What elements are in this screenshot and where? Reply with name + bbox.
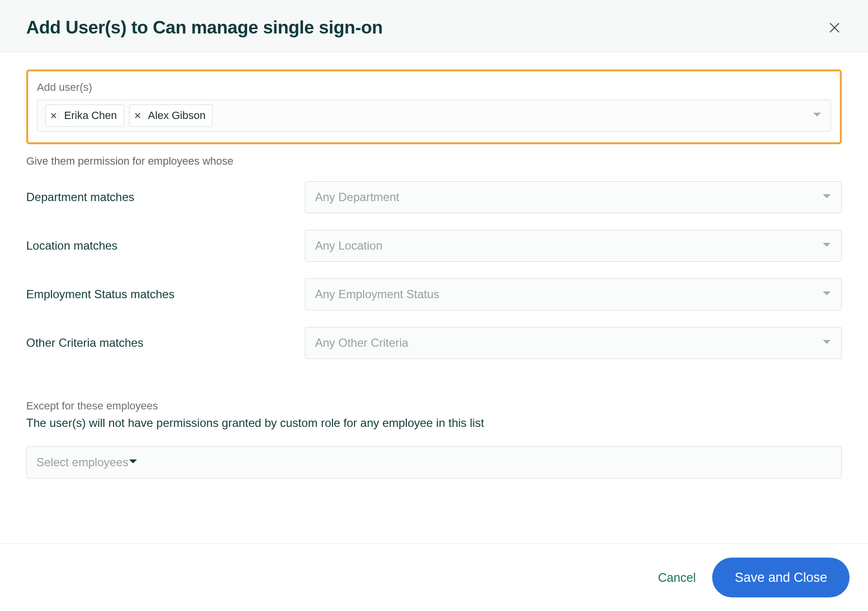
close-icon (50, 112, 57, 119)
chevron-down-icon (822, 290, 832, 299)
modal-header: Add User(s) to Can manage single sign-on (0, 0, 868, 52)
chevron-down-icon (822, 339, 832, 347)
except-employees-select[interactable]: Select employees (26, 446, 842, 478)
other-criteria-select[interactable]: Any Other Criteria (305, 327, 842, 359)
cancel-button[interactable]: Cancel (658, 571, 696, 585)
close-icon (828, 21, 841, 34)
except-label: Except for these employees (26, 400, 842, 412)
except-section: Except for these employees The user(s) w… (26, 400, 842, 478)
select-placeholder: Any Other Criteria (315, 336, 408, 350)
select-placeholder: Any Department (315, 190, 399, 204)
add-users-multiselect[interactable]: Erika Chen Alex Gibson (37, 100, 831, 132)
criteria-label: Employment Status matches (26, 288, 305, 301)
chevron-down-icon (822, 193, 832, 202)
select-placeholder: Select employees (36, 456, 128, 469)
criteria-row-other: Other Criteria matches Any Other Criteri… (26, 327, 842, 359)
add-users-label: Add user(s) (37, 81, 831, 94)
remove-chip-button[interactable] (50, 111, 59, 120)
chip-label: Alex Gibson (148, 109, 206, 122)
close-button[interactable] (827, 20, 842, 35)
select-placeholder: Any Location (315, 239, 383, 253)
user-chip: Alex Gibson (129, 104, 213, 127)
criteria-label: Location matches (26, 239, 305, 253)
employment-status-select[interactable]: Any Employment Status (305, 278, 842, 310)
criteria-row-department: Department matches Any Department (26, 181, 842, 213)
criteria-label: Department matches (26, 190, 305, 204)
department-select[interactable]: Any Department (305, 181, 842, 213)
chip-label: Erika Chen (64, 109, 117, 122)
select-placeholder: Any Employment Status (315, 288, 439, 301)
location-select[interactable]: Any Location (305, 230, 842, 262)
chevron-down-icon (822, 241, 832, 250)
criteria-label: Other Criteria matches (26, 336, 305, 350)
modal-footer: Cancel Save and Close (0, 543, 868, 611)
user-chip: Erika Chen (45, 104, 124, 127)
close-icon (134, 112, 141, 119)
modal-body: Add user(s) Erika Chen Alex Gibson (0, 52, 868, 543)
modal-title: Add User(s) to Can manage single sign-on (26, 17, 383, 38)
add-users-modal: Add User(s) to Can manage single sign-on… (0, 0, 868, 611)
add-users-section: Add user(s) Erika Chen Alex Gibson (26, 69, 842, 144)
remove-chip-button[interactable] (134, 111, 143, 120)
permission-intro: Give them permission for employees whose (26, 155, 842, 168)
save-and-close-button[interactable]: Save and Close (712, 558, 850, 597)
chevron-down-icon (128, 458, 138, 467)
criteria-row-employment-status: Employment Status matches Any Employment… (26, 278, 842, 310)
except-description: The user(s) will not have permissions gr… (26, 416, 842, 430)
chevron-down-icon (812, 111, 822, 120)
criteria-row-location: Location matches Any Location (26, 230, 842, 262)
